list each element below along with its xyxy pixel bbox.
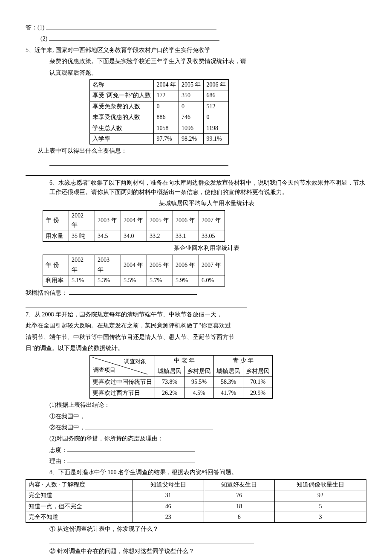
- table-row: 学生总人数105810961198: [90, 123, 229, 133]
- q7-line2: 此举在全国引起较大反响。在规定发布之前，某民意测评机构做了"你更喜欢过: [26, 321, 366, 330]
- table-row: 完全知道317692: [26, 490, 366, 501]
- q6-intro: 6、水缘志愿者"收集了以下两则材料，准备在向水库周边群众发放宣传材料中，说明我们…: [26, 178, 366, 197]
- q5-line3: 认真观察后答题。: [26, 68, 366, 78]
- q8-q2: ② 针对调查中存在的问题，你想对这些同学说些什么？: [26, 547, 366, 556]
- q6-table2: 年 份2002 年2003 年2004 年2005 年2006 年2007 年 …: [43, 255, 225, 286]
- q6-caption1: 某城镇居民平均每人年用水量统计表: [47, 199, 366, 208]
- table-row: 享受免杂费的人数00512: [90, 101, 229, 112]
- diagonal-header: 调查对象 调查项目: [92, 357, 148, 374]
- table-row: 更喜欢过西方节日26.2%4.5%41.7%29.9%: [90, 388, 273, 398]
- answer-1-label: 答：(1): [26, 23, 366, 32]
- table-row: 年 份2002 年2003 年2004 年2005 年2006 年2007 年: [43, 210, 225, 231]
- table-row: 入学率97.7%98.2%99.1%: [90, 133, 229, 144]
- q6-table1: 年 份2002 年2003 年2004 年2005 年2006 年2007 年 …: [43, 210, 225, 242]
- answer-2-label: (2): [26, 34, 366, 43]
- q5-line2: 杂费的优惠政策。下面是某实验学校近三年学生入学及收费情况统计表，请: [26, 57, 366, 66]
- table-row: 享受"两免一补"的人数172350686: [90, 90, 229, 101]
- q7-p2a: 态度：: [26, 446, 366, 455]
- table-row: 完全不知道2363: [26, 512, 366, 523]
- table-row: 未享受优惠的人数8867460: [90, 112, 229, 123]
- answer-line: [26, 300, 247, 307]
- table-row: 年 份2002 年2003 年2004 年2005 年2006 年2007 年: [43, 255, 225, 275]
- q7-line3: 清明节、端午节、中秋节等中国传统节目还是情人节、愚人节、圣诞节等西方节: [26, 333, 366, 342]
- table-row: 知道一点，但不完全46185: [26, 501, 366, 512]
- q7-table: 调查对象 调查项目 中 老 年 青 少 年 城镇居民乡村居民城镇居民乡村居民 更…: [89, 355, 273, 399]
- q7-p1b: ②在我国中，: [26, 423, 366, 432]
- table-row: 利用率5.1%5.3%5.5%5.7%5.9%6.0%: [43, 275, 225, 286]
- q7-line4: 日"的调查。以下是调查的数据统计。: [26, 344, 366, 353]
- q5-prompt: 从上表中可以得出什么主要信息：: [26, 146, 366, 156]
- q8-table: 内容 · 人数 · 了解程度知道父母生日知道好友生日知道偶像歌星生日 完全知道3…: [26, 479, 366, 523]
- q7-line1: 7、从 2008 年开始，国务院规定每年的清明节端午节、中秋节各放假一天，: [26, 310, 366, 319]
- table-row: 用水量35 吨34.534.033.233.133.05: [43, 231, 225, 241]
- table-row: 更喜欢过中国传统节日73.8%95.5%58.3%70.1%: [90, 377, 273, 388]
- q6-prompt: 我概括的信息：: [26, 288, 366, 298]
- q7-p1a: ①在我国中，: [26, 412, 366, 421]
- q7-p2: (2)对国务院的举措，你所持的态度及理由：: [26, 434, 366, 443]
- q8-intro: 8、下面是对湟水中学 100 名学生调查的结果，根据表内资料回答问题。: [26, 468, 366, 477]
- answer-line: [49, 537, 254, 544]
- answer-line: [26, 168, 230, 176]
- answer-line: [49, 159, 228, 166]
- table-row: 调查对象 调查项目 中 老 年 青 少 年: [90, 355, 273, 366]
- q5-line1: 5、近年来, 国家对中西部地区义务教育学段农村户口的学生实行免收学: [26, 46, 366, 55]
- q7-p2b: 理由：: [26, 457, 366, 466]
- q5-table: 名称2004 年2005 年2006 年 享受"两免一补"的人数17235068…: [89, 79, 229, 145]
- table-row: 名称2004 年2005 年2006 年: [90, 79, 229, 90]
- q6-caption2: 某企业回水利用率统计表: [47, 243, 366, 253]
- table-row: 内容 · 人数 · 了解程度知道父母生日知道好友生日知道偶像歌星生日: [26, 479, 366, 490]
- q7-p1: (1)根据上表得出结论：: [26, 400, 366, 410]
- q8-q1: ① 从这份调查统计表中，你发现了什么？: [26, 524, 366, 534]
